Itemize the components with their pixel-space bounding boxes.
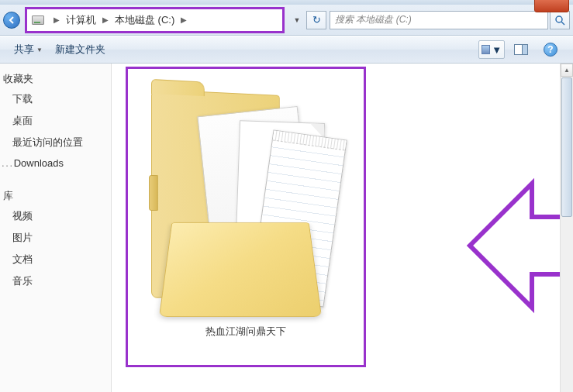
folder-name-label[interactable]: 热血江湖问鼎天下 — [205, 325, 286, 339]
scrollbar[interactable]: ▲ — [560, 64, 573, 392]
breadcrumb-sep-icon: ▶ — [176, 15, 192, 24]
address-bar-highlight: ▶ 计算机 ▶ 本地磁盘 (C:) ▶ — [25, 7, 285, 33]
content-area: 收藏夹 下载 桌面 最近访问的位置 Downloads 库 视频 图片 文档 音… — [0, 64, 573, 392]
search-input[interactable]: 搜索 本地磁盘 (C:) — [330, 11, 548, 29]
address-bar-row: ▶ 计算机 ▶ 本地磁盘 (C:) ▶ ▼ ↻ 搜索 本地磁盘 (C:) — [0, 5, 573, 36]
help-icon: ? — [544, 43, 557, 57]
title-bar — [0, 0, 573, 5]
breadcrumb-computer[interactable]: 计算机 — [64, 12, 98, 29]
toolbar: 共享 ▼ 新建文件夹 ▼ ? — [0, 36, 573, 64]
refresh-button[interactable]: ↻ — [306, 11, 326, 29]
thumbnail-icon — [482, 45, 490, 54]
help-button[interactable]: ? — [537, 40, 564, 59]
preview-pane-icon — [514, 44, 528, 55]
sidebar-item-recent[interactable]: 最近访问的位置 — [0, 132, 111, 153]
sidebar-item-documents[interactable]: 文档 — [0, 249, 111, 270]
preview-pane-button[interactable] — [508, 40, 534, 59]
sidebar-item-music[interactable]: 音乐 — [0, 270, 111, 292]
chevron-down-icon: ▼ — [492, 44, 502, 56]
annotation-arrow-icon — [439, 172, 573, 319]
sidebar-group-favorites[interactable]: 收藏夹 — [0, 70, 111, 88]
breadcrumb[interactable]: ▶ 计算机 ▶ 本地磁盘 (C:) ▶ — [49, 12, 192, 29]
search-icon — [554, 15, 565, 26]
breadcrumb-sep-icon: ▶ — [49, 15, 64, 24]
new-folder-label: 新建文件夹 — [55, 43, 105, 57]
back-arrow-icon — [8, 16, 16, 24]
svg-line-1 — [561, 22, 564, 25]
share-menu[interactable]: 共享 ▼ — [8, 40, 49, 60]
svg-point-0 — [556, 16, 562, 22]
scroll-thumb[interactable] — [561, 77, 572, 217]
sidebar-item-downloads[interactable]: 下载 — [0, 88, 111, 110]
address-dropdown-icon[interactable]: ▼ — [291, 16, 303, 24]
nav-back-button[interactable] — [3, 12, 20, 29]
breadcrumb-sep-icon: ▶ — [98, 15, 113, 24]
sidebar-item-pictures[interactable]: 图片 — [0, 227, 111, 249]
chevron-down-icon: ▼ — [36, 46, 43, 53]
scroll-up-button[interactable]: ▲ — [561, 64, 573, 77]
view-mode-button[interactable]: ▼ — [478, 40, 505, 59]
main-pane[interactable]: 热血江湖问鼎天下 ▲ — [112, 64, 573, 392]
search-button[interactable] — [550, 11, 570, 29]
share-label: 共享 — [14, 43, 34, 57]
sidebar-group-libraries[interactable]: 库 — [0, 187, 111, 205]
folder-highlight-box: 热血江湖问鼎天下 — [126, 67, 366, 367]
folder-icon[interactable] — [145, 78, 347, 318]
drive-icon — [30, 12, 46, 28]
search-placeholder: 搜索 本地磁盘 (C:) — [335, 13, 412, 26]
new-folder-button[interactable]: 新建文件夹 — [49, 40, 112, 60]
sidebar-item-desktop[interactable]: 桌面 — [0, 110, 111, 132]
close-button[interactable] — [534, 0, 569, 12]
sidebar: 收藏夹 下载 桌面 最近访问的位置 Downloads 库 视频 图片 文档 音… — [0, 64, 112, 392]
sidebar-item-videos[interactable]: 视频 — [0, 205, 111, 227]
breadcrumb-drive-c[interactable]: 本地磁盘 (C:) — [113, 12, 176, 29]
sidebar-item-downloads-en[interactable]: Downloads — [0, 153, 111, 173]
